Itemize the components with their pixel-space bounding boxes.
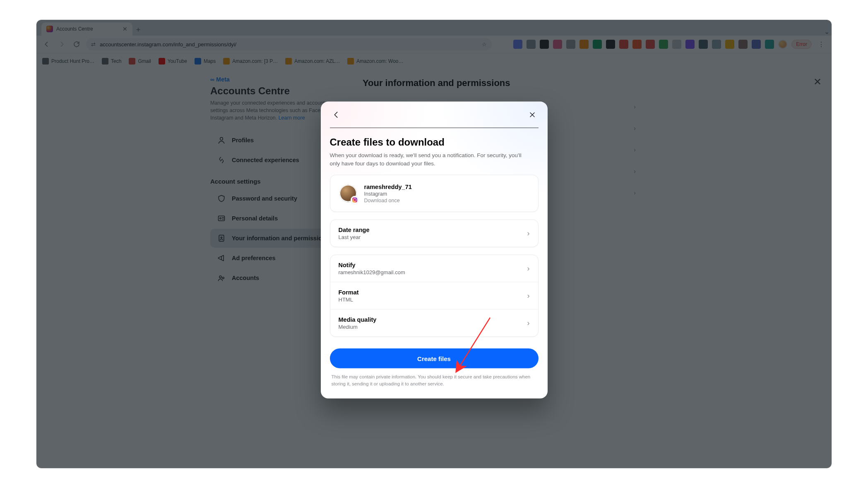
- modal-title: Create files to download: [330, 136, 539, 148]
- modal-header: [321, 102, 548, 128]
- option-label: Media quality: [339, 316, 377, 323]
- options-card: Notifyrameshnik1029@gmail.com›FormatHTML…: [330, 255, 539, 337]
- option-label: Date range: [339, 227, 370, 233]
- account-card: rameshreddy_71 Instagram Download once: [330, 175, 539, 212]
- chevron-right-icon: ›: [527, 264, 530, 273]
- option-row-media-quality[interactable]: Media qualityMedium›: [330, 309, 538, 337]
- option-label: Notify: [339, 262, 405, 268]
- chevron-right-icon: ›: [527, 319, 530, 328]
- modal-disclaimer: This file may contain private informatio…: [330, 373, 539, 390]
- account-download-mode: Download once: [364, 198, 412, 203]
- modal-back-button[interactable]: [330, 109, 342, 121]
- account-platform: Instagram: [364, 191, 412, 197]
- option-label: Format: [339, 289, 359, 296]
- option-value: Medium: [339, 324, 377, 330]
- account-avatar: [339, 185, 357, 202]
- create-files-button[interactable]: Create files: [330, 349, 539, 368]
- chevron-right-icon: ›: [527, 292, 530, 300]
- option-value: Last year: [339, 234, 370, 240]
- option-row-date-range[interactable]: Date rangeLast year›: [330, 220, 538, 247]
- option-row-format[interactable]: FormatHTML›: [330, 282, 538, 309]
- instagram-icon: [352, 198, 357, 203]
- account-username: rameshreddy_71: [364, 184, 412, 190]
- chevron-right-icon: ›: [527, 229, 530, 238]
- platform-badge: [351, 196, 358, 204]
- options-card: Date rangeLast year›: [330, 220, 539, 247]
- option-value: HTML: [339, 297, 359, 303]
- option-value: rameshnik1029@gmail.com: [339, 269, 405, 275]
- modal-subtitle: When your download is ready, we'll send …: [330, 151, 524, 167]
- download-modal: Create files to download When your downl…: [321, 102, 548, 399]
- option-row-notify[interactable]: Notifyrameshnik1029@gmail.com›: [330, 255, 538, 282]
- modal-close-button[interactable]: [526, 109, 539, 121]
